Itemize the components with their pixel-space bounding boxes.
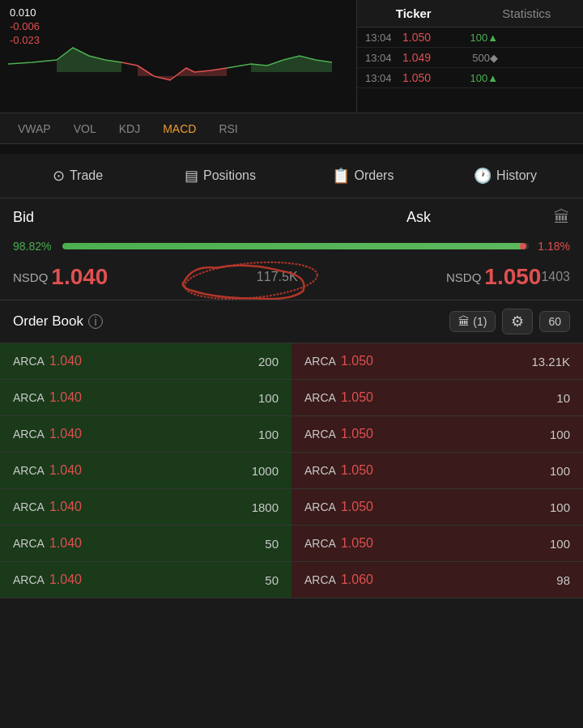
- ob-ask-price: 1.050: [341, 463, 373, 478]
- tab-macd[interactable]: MACD: [151, 119, 207, 138]
- ob-bid-exchange: ARCA: [13, 355, 45, 368]
- ob-ask-cell[interactable]: ARCA 1.050 100: [292, 453, 583, 488]
- ob-bid-exchange: ARCA: [13, 391, 45, 404]
- ob-ask-cell[interactable]: ARCA 1.060 98: [292, 562, 583, 598]
- tab-rsi[interactable]: RSI: [207, 119, 249, 138]
- ask-source: NSDQ: [446, 270, 481, 284]
- ob-filter-button[interactable]: ⚙: [502, 309, 533, 334]
- ob-ask-cell[interactable]: ARCA 1.050 100: [292, 489, 583, 525]
- ticker-row-3: 13:04 1.050 100▲: [357, 68, 583, 88]
- ob-bid-cell[interactable]: ARCA 1.040 100: [0, 416, 292, 452]
- ob-ask-exchange: ARCA: [304, 464, 336, 477]
- ob-bank-icon: 🏛: [458, 315, 470, 328]
- history-icon: 🕐: [474, 167, 492, 185]
- ob-bank-button[interactable]: 🏛 (1): [449, 311, 496, 332]
- table-row: ARCA 1.040 200 ARCA 1.050 13.21K: [0, 343, 583, 380]
- ob-bid-qty: 1800: [238, 500, 279, 514]
- ob-ask-qty: 10: [526, 391, 570, 405]
- ob-ask-qty: 100: [526, 500, 570, 514]
- ob-ask-exchange: ARCA: [304, 573, 336, 586]
- ticker-price-2: 1.049: [402, 51, 451, 64]
- ticker-row-1: 13:04 1.050 100▲: [357, 28, 583, 48]
- table-row: ARCA 1.040 100 ARCA 1.050 10: [0, 380, 583, 416]
- tab-statistics[interactable]: Statistics: [470, 0, 584, 27]
- indicator-tabs: VWAP VOL KDJ MACD RSI: [0, 113, 583, 144]
- price-section: NSDQ 1.040 117.5K NSDQ 1.050 1403: [0, 259, 583, 300]
- orders-icon: 📋: [332, 167, 350, 185]
- bid-price: 1.040: [51, 264, 108, 290]
- order-book-header: Order Book i 🏛 (1) ⚙ 60: [0, 300, 583, 343]
- ob-ask-price: 1.050: [341, 536, 373, 551]
- ob-bid-cell[interactable]: ARCA 1.040 1800: [0, 489, 292, 525]
- svg-marker-1: [138, 66, 227, 80]
- nav-orders-label: Orders: [355, 168, 394, 183]
- ob-ask-cell[interactable]: ARCA 1.050 100: [292, 416, 583, 452]
- ob-bid-qty: 1000: [238, 464, 279, 478]
- ob-ask-price: 1.050: [341, 354, 373, 368]
- nav-trade-label: Trade: [70, 168, 103, 183]
- bank-icon-button[interactable]: 🏛: [554, 208, 570, 227]
- separator: [0, 144, 583, 154]
- table-row: ARCA 1.040 50 ARCA 1.050 100: [0, 526, 583, 562]
- spread-dot: [520, 243, 526, 249]
- ob-bid-qty: 50: [238, 573, 279, 587]
- table-row: ARCA 1.040 50 ARCA 1.060 98: [0, 562, 583, 598]
- mini-chart: [8, 32, 348, 88]
- tab-vwap[interactable]: VWAP: [6, 119, 62, 138]
- ticker-panel: Ticker Statistics 13:04 1.050 100▲ 13:04…: [356, 0, 583, 113]
- ob-ask-cell[interactable]: ARCA 1.050 100: [292, 526, 583, 561]
- info-icon[interactable]: i: [88, 314, 103, 329]
- ob-ask-cell[interactable]: ARCA 1.050 10: [292, 380, 583, 415]
- ob-controls: 🏛 (1) ⚙ 60: [449, 309, 570, 334]
- ob-ask-price: 1.060: [341, 573, 373, 587]
- order-book-title: Order Book: [13, 313, 83, 330]
- ob-bid-qty: 100: [238, 391, 279, 405]
- ob-bid-qty: 200: [238, 355, 279, 368]
- ob-bid-qty: 100: [238, 428, 279, 441]
- nav-history[interactable]: 🕐 History: [434, 154, 577, 198]
- ob-ask-exchange: ARCA: [304, 500, 336, 513]
- ob-ask-price: 1.050: [341, 390, 373, 405]
- table-row: ARCA 1.040 1000 ARCA 1.050 100: [0, 453, 583, 489]
- ticker-vol-3: 100▲: [457, 72, 498, 84]
- ob-ask-exchange: ARCA: [304, 537, 336, 550]
- ob-ask-qty: 100: [526, 464, 570, 478]
- nav-bar: ⊙ Trade ▤ Positions 📋 Orders 🕐 History: [0, 154, 583, 198]
- main-price-row: NSDQ 1.040 117.5K NSDQ 1.050 1403: [0, 259, 583, 300]
- ob-bid-price: 1.040: [49, 573, 82, 587]
- ob-ask-qty: 100: [526, 428, 570, 441]
- table-row: ARCA 1.040 1800 ARCA 1.050 100: [0, 489, 583, 526]
- ob-bid-cell[interactable]: ARCA 1.040 1000: [0, 453, 292, 488]
- trade-icon: ⊙: [53, 167, 65, 185]
- nav-orders[interactable]: 📋 Orders: [292, 154, 434, 198]
- ob-bid-cell[interactable]: ARCA 1.040 50: [0, 526, 292, 561]
- nav-positions-label: Positions: [203, 168, 256, 183]
- ob-bid-cell[interactable]: ARCA 1.040 50: [0, 562, 292, 598]
- ob-bid-price: 1.040: [49, 354, 82, 368]
- ob-ask-qty: 98: [526, 573, 570, 587]
- tab-kdj[interactable]: KDJ: [108, 119, 151, 138]
- stat-value-1: 0.010: [10, 6, 347, 19]
- svg-marker-2: [251, 56, 332, 72]
- ob-bid-cell[interactable]: ARCA 1.040 200: [0, 343, 292, 379]
- ob-bid-exchange: ARCA: [13, 464, 45, 477]
- mid-quantity: 117.5K: [108, 270, 446, 284]
- nav-trade[interactable]: ⊙ Trade: [6, 154, 149, 198]
- svg-marker-0: [57, 48, 121, 72]
- bid-label: Bid: [13, 209, 283, 226]
- nav-positions[interactable]: ▤ Positions: [149, 154, 292, 198]
- ob-ask-exchange: ARCA: [304, 428, 336, 441]
- ticker-row-2: 13:04 1.049 500◆: [357, 48, 583, 68]
- ob-bid-exchange: ARCA: [13, 573, 45, 586]
- tab-vol[interactable]: VOL: [62, 119, 108, 138]
- ob-ask-qty: 100: [526, 537, 570, 551]
- filter-icon: ⚙: [511, 313, 524, 330]
- ob-bid-price: 1.040: [49, 500, 82, 514]
- ob-ask-cell[interactable]: ARCA 1.050 13.21K: [292, 343, 583, 379]
- ob-ask-exchange: ARCA: [304, 391, 336, 404]
- ob-bid-qty: 50: [238, 537, 279, 551]
- tab-ticker[interactable]: Ticker: [357, 0, 470, 27]
- ob-bid-cell[interactable]: ARCA 1.040 100: [0, 380, 292, 415]
- chart-area: 0.010 -0.006 -0.023 Ticker Statistics: [0, 0, 583, 113]
- spread-bar-fill: [62, 243, 523, 249]
